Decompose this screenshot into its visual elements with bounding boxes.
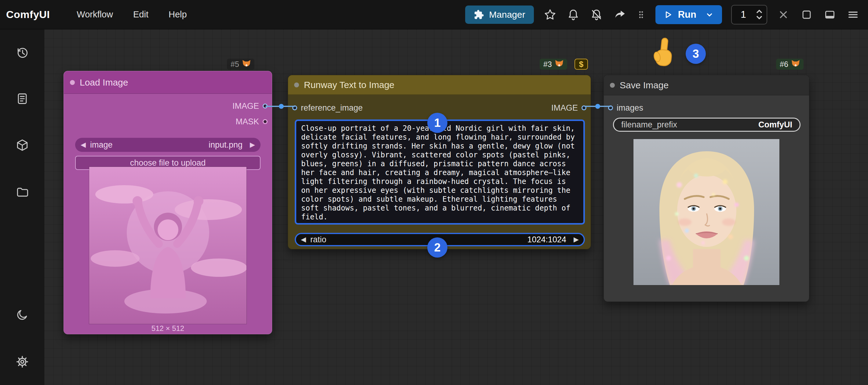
bell-icon[interactable] — [566, 8, 580, 22]
collapse-dot[interactable] — [610, 83, 615, 88]
left-sidebar — [0, 29, 44, 385]
node-runway-text-to-image[interactable]: Runway Text to Image reference_image IMA… — [288, 75, 591, 249]
node-id-badge: #5 — [227, 59, 254, 70]
menu-help[interactable]: Help — [168, 9, 187, 20]
node-id-label: #6 — [780, 60, 788, 69]
queue-count-stepper[interactable]: 1 — [731, 5, 767, 25]
collapse-dot[interactable] — [294, 83, 299, 87]
step-annotation-3: 3 — [686, 44, 706, 64]
bell-alt-icon[interactable] — [589, 8, 603, 22]
play-icon — [663, 9, 673, 20]
input-slot-images[interactable]: images — [608, 103, 643, 113]
node-library-icon[interactable] — [15, 92, 29, 106]
hamburger-menu-icon[interactable] — [846, 8, 860, 22]
fox-icon — [555, 60, 563, 69]
image-combo-widget[interactable]: ◀ image input.png ▶ — [75, 138, 260, 152]
widget-label: filename_prefix — [621, 120, 758, 129]
fox-icon — [242, 60, 251, 69]
generated-image-preview — [633, 139, 780, 286]
prompt-textarea[interactable]: Close-up portrait of a 20-year-old Nordi… — [295, 119, 585, 225]
image-resolution-label: 512 × 512 — [64, 324, 272, 333]
node-id-badge: #3 — [540, 59, 567, 70]
input-image-preview — [89, 167, 247, 324]
settings-gear-icon[interactable] — [15, 355, 29, 369]
maximize-icon[interactable] — [800, 8, 814, 22]
star-icon[interactable] — [543, 8, 557, 22]
history-icon[interactable] — [15, 46, 29, 60]
next-arrow-icon[interactable]: ▶ — [250, 142, 255, 148]
node-id-label: #3 — [543, 60, 552, 69]
queue-count-value: 1 — [735, 9, 752, 20]
api-cost-badge: $ — [575, 59, 588, 70]
step-annotation-2: 2 — [427, 237, 447, 258]
widget-value: ComfyUI — [758, 120, 792, 129]
node-header[interactable]: Runway Text to Image — [288, 75, 591, 95]
chevron-up-icon — [756, 10, 762, 13]
workflows-folder-icon[interactable] — [15, 185, 29, 199]
topbar: ComfyUI Workflow Edit Help Manager — [0, 0, 868, 29]
combo-label: ratio — [310, 235, 523, 244]
node-id-badge: #6 — [776, 59, 804, 70]
bottom-panel-icon[interactable] — [823, 8, 837, 22]
chevron-down-icon[interactable] — [704, 9, 715, 20]
slot-label: images — [617, 103, 643, 113]
puzzle-icon — [474, 9, 484, 20]
combo-label: image — [90, 140, 204, 150]
output-slot-image[interactable]: IMAGE — [551, 103, 586, 113]
comfyui-window: ComfyUI Workflow Edit Help Manager — [0, 0, 868, 385]
app-logo: ComfyUI — [6, 8, 50, 21]
link-dot — [279, 104, 284, 109]
menu-edit[interactable]: Edit — [133, 9, 149, 20]
combo-value: input.png — [209, 140, 243, 150]
manager-label: Manager — [489, 9, 525, 20]
slot-label: MASK — [236, 117, 259, 126]
filename-prefix-widget[interactable]: filename_prefix ComfyUI — [613, 118, 801, 132]
run-label: Run — [678, 9, 696, 20]
close-icon[interactable] — [776, 8, 790, 22]
node-title: Load Image — [80, 77, 128, 88]
node-id-label: #5 — [230, 60, 239, 69]
output-slot-mask[interactable]: MASK — [236, 117, 268, 126]
slot-label: IMAGE — [551, 103, 578, 113]
node-title: Runway Text to Image — [304, 80, 394, 90]
stepper-arrows[interactable] — [756, 10, 762, 19]
node-graph-canvas[interactable]: #5 #3 $ #6 Load Image IMAGE MASK — [44, 29, 868, 385]
dollar-sign: $ — [579, 60, 583, 69]
drag-handle-icon[interactable] — [636, 8, 646, 22]
prev-arrow-icon[interactable]: ◀ — [301, 236, 306, 243]
node-header[interactable]: Load Image — [64, 71, 272, 94]
share-icon[interactable] — [613, 8, 627, 22]
prev-arrow-icon[interactable]: ◀ — [81, 142, 86, 148]
topbar-actions: Manager Run — [465, 5, 860, 25]
combo-value: 1024:1024 — [527, 235, 566, 244]
collapse-dot[interactable] — [70, 80, 75, 85]
node-load-image[interactable]: Load Image IMAGE MASK ◀ image input.png … — [64, 71, 272, 334]
input-slot-reference-image[interactable]: reference_image — [292, 103, 363, 113]
node-header[interactable]: Save Image — [604, 75, 809, 95]
node-title: Save Image — [620, 80, 669, 90]
model-library-icon[interactable] — [15, 138, 29, 152]
output-slot-image[interactable]: IMAGE — [232, 101, 268, 111]
chevron-down-small-icon — [756, 16, 762, 19]
slot-label: reference_image — [301, 103, 363, 113]
menu-workflow[interactable]: Workflow — [77, 9, 113, 20]
fox-icon — [791, 60, 800, 69]
pointing-hand-icon — [651, 36, 676, 70]
node-save-image[interactable]: Save Image images filename_prefix ComfyU… — [603, 75, 809, 302]
link-dot — [595, 104, 600, 109]
step-annotation-1: 1 — [427, 113, 447, 133]
theme-moon-icon[interactable] — [15, 308, 29, 322]
manager-button[interactable]: Manager — [465, 5, 533, 24]
next-arrow-icon[interactable]: ▶ — [574, 236, 579, 243]
output-slot-dot[interactable] — [263, 119, 268, 124]
slot-label: IMAGE — [232, 101, 259, 111]
run-button[interactable]: Run — [655, 5, 722, 24]
